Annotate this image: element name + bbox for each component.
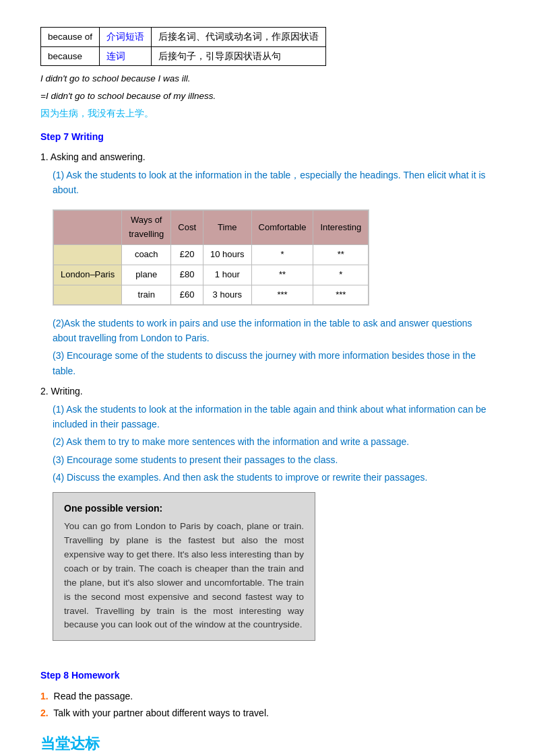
time-plane: 1 hour [203, 265, 252, 285]
section1-label: 1. Asking and answering. [40, 149, 495, 164]
sub-item-1: (1) Ask the students to look at the info… [53, 168, 495, 198]
travel-table-wrapper: Ways oftravelling Cost Time Comfortable … [53, 209, 369, 306]
homework-list: 1. Read the passage. 2. Talk with your p… [40, 689, 495, 721]
comfortable-train: *** [251, 285, 313, 305]
mode-coach: coach [122, 244, 171, 265]
example-sentence-1: I didn't go to school because I was ill. [40, 71, 495, 86]
possible-version-title: One possible version: [64, 501, 304, 516]
mode-plane: plane [122, 265, 171, 285]
table-row-coach: coach £20 10 hours * ** [54, 244, 369, 265]
cost-plane: £80 [171, 265, 203, 285]
pos-cell: 连词 [100, 46, 152, 66]
term-cell: because [41, 46, 100, 66]
writing-sub2: (2) Ask them to try to make more sentenc… [53, 434, 495, 449]
table-row-plane: London–Paris plane £80 1 hour ** * [54, 265, 369, 285]
th-cost: Cost [171, 211, 203, 245]
group-cell-empty [54, 244, 122, 265]
goal-text: 当堂达标 [40, 732, 495, 755]
th-comfortable: Comfortable [251, 211, 313, 245]
comfortable-plane: ** [251, 265, 313, 285]
list-item-2: 2. Talk with your partner about differen… [40, 706, 495, 720]
sub-item-3: (3) Encourage some of the students to di… [53, 348, 495, 378]
table-header-row: Ways oftravelling Cost Time Comfortable … [54, 211, 369, 245]
table-row: because of 介词短语 后接名词、代词或动名词，作原因状语 [41, 28, 326, 47]
table-row-train: train £60 3 hours *** *** [54, 285, 369, 305]
th-ways: Ways oftravelling [122, 211, 171, 245]
group-cell-empty2 [54, 285, 122, 305]
group-cell-london-paris: London–Paris [54, 265, 122, 285]
term-cell: because of [41, 28, 100, 47]
cost-coach: £20 [171, 244, 203, 265]
step8-heading: Step 8 Homework [40, 668, 495, 683]
list-item-1: 1. Read the passage. [40, 689, 495, 703]
table-row: because 连词 后接句子，引导原因状语从句 [41, 46, 326, 66]
th-empty [54, 211, 122, 245]
writing-sub1: (1) Ask the students to look at the info… [53, 402, 495, 432]
th-time: Time [203, 211, 252, 245]
writing-sub4: (4) Discuss the examples. And then ask t… [53, 470, 495, 485]
writing-sub3: (3) Encourage some students to present t… [53, 452, 495, 467]
step7-heading: Step 7 Writing [40, 129, 495, 144]
travel-table: Ways oftravelling Cost Time Comfortable … [53, 210, 369, 305]
desc-cell: 后接名词、代词或动名词，作原因状语 [152, 28, 326, 47]
example-sentence-2: =I didn't go to school because of my ill… [40, 89, 495, 104]
th-interesting: Interesting [313, 211, 369, 245]
interesting-train: *** [313, 285, 369, 305]
possible-version-text: You can go from London to Paris by coach… [64, 520, 304, 632]
example-sentence-zh: 因为生病，我没有去上学。 [40, 106, 495, 121]
possible-version-box: One possible version: You can go from Lo… [53, 492, 315, 642]
interesting-plane: * [313, 265, 369, 285]
desc-cell: 后接句子，引导原因状语从句 [152, 46, 326, 66]
sub-item-2: (2)Ask the students to work in pairs and… [53, 316, 495, 346]
mode-train: train [122, 285, 171, 305]
pos-cell: 介词短语 [100, 28, 152, 47]
step8-section: Step 8 Homework 1. Read the passage. 2. … [40, 668, 495, 720]
grammar-table: because of 介词短语 后接名词、代词或动名词，作原因状语 becaus… [40, 27, 326, 66]
section2-label: 2. Writing. [40, 384, 495, 399]
interesting-coach: ** [313, 244, 369, 265]
comfortable-coach: * [251, 244, 313, 265]
time-coach: 10 hours [203, 244, 252, 265]
cost-train: £60 [171, 285, 203, 305]
time-train: 3 hours [203, 285, 252, 305]
